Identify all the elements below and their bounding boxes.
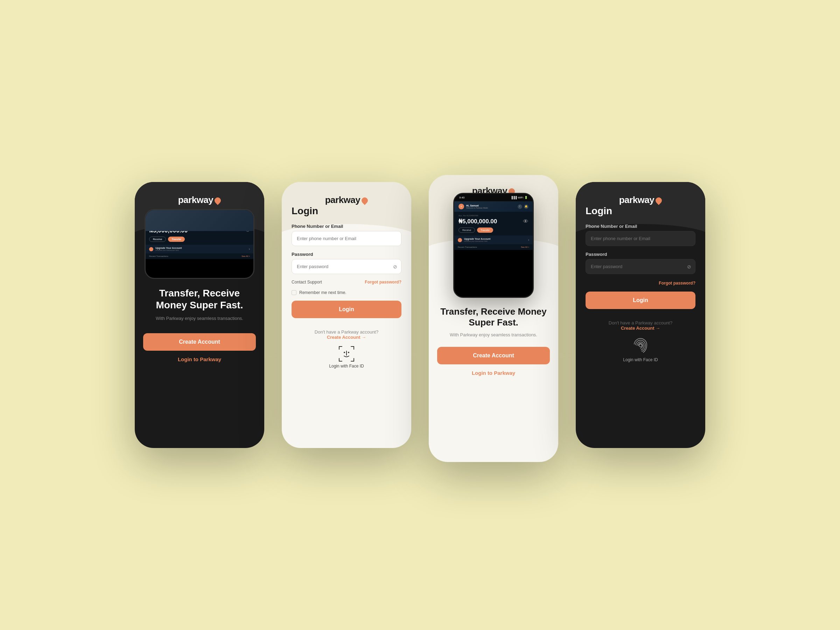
fingerprint-icon [632,336,650,355]
screen2-remember-text: Remember me next time. [299,290,346,295]
mockup-subgreeting: Welcome to Parkway Wallet [157,215,178,217]
screen1-phone: parkway S Hi, Samuel Welcome to Parkway … [135,182,264,448]
screen4-faceid-label: Login with Face ID [586,357,695,362]
screen4-password-label: Password [586,252,695,257]
screen2-contact-support: Contact Support [292,279,322,284]
screen3-headline: Transfer, Receive Money Super Fast. [437,306,550,328]
screen3-login-link[interactable]: Login to Parkway [472,370,515,376]
mockup-tx-label: Recent Transactions [149,255,168,257]
screen4-logo: parkway [576,182,705,205]
inner-phone-mockup: S Hi, Samuel Welcome to Parkway Wallet ⚙… [145,209,254,279]
logo-leaf-icon [213,196,222,205]
svg-point-9 [348,352,349,353]
screen4-phone: parkway Login Phone Number or Email Pass… [576,182,705,448]
mockup-acc-no: Acc. No 0123456789 [149,223,169,226]
screen3-inner-mockup: 9:40 ▐▐▐ WiFi 🔋 S Hi, Samuel [453,193,534,298]
screen2-faceid-section: Login with Face ID [292,346,401,369]
screen4-form: Login Phone Number or Email Password ⊘ F… [576,205,705,369]
screen3-create-btn[interactable]: Create Account [437,347,550,364]
screen4-logo-leaf [655,196,663,205]
svg-point-11 [639,344,642,347]
svg-point-8 [344,352,345,353]
screen2-login-title: Login [292,205,401,217]
screen4-phone-label: Phone Number or Email [586,224,695,229]
mockup-upgrade-sub: Increase your transaction limit. [155,249,182,251]
screen3-mockup-subgreeting: Welcome to Parkway Wallet [466,207,488,209]
screen4-password-group: Password ⊘ [586,252,695,274]
mockup-balance: ₦5,000,000.00 [149,227,188,234]
mockup-see-all[interactable]: See All > [242,255,250,257]
screens-container: parkway S Hi, Samuel Welcome to Parkway … [114,140,726,490]
screen2-form: Login Phone Number or Email Password ⊘ C… [282,205,411,376]
screen4-phone-wrapper [586,231,695,246]
screen3-transfer-btn[interactable]: Transfer [477,227,493,233]
screen4-password-input[interactable] [586,259,695,274]
screen1-login-link[interactable]: Login to Parkway [178,356,221,362]
screen3-upgrade-title: Upgrade Your Account [464,238,490,240]
screen4-no-account: Don't have a Parkway account? Create Acc… [586,320,695,331]
screen2-phone-input[interactable] [292,231,401,246]
screen2-forgot-password[interactable]: Forgot password? [365,279,401,284]
mockup-receive-btn[interactable]: Receive [149,237,166,242]
screen3-mockup-balance: ₦5,000,000.00 [458,218,497,225]
screen4-forgot-password[interactable]: Forgot password? [659,281,695,286]
face-id-icon [338,346,355,362]
screen2-create-link[interactable]: Create Account → [327,335,366,340]
screen2-phone-label: Phone Number or Email [292,224,401,229]
screen2-phone: parkway Login Phone Number or Email Pass… [282,182,411,448]
screen2-support-row: Contact Support Forgot password? [292,279,401,284]
svg-rect-3 [354,346,354,350]
screen3-receive-btn[interactable]: Receive [458,227,475,233]
screen3-body: Transfer, Receive Money Super Fast. With… [429,298,558,382]
screen2-phone-group: Phone Number or Email [292,224,401,246]
screen2-logo-leaf [360,196,369,205]
screen4-login-title: Login [586,205,695,217]
screen3-upgrade-sub: Increase your transaction limit. [464,240,490,242]
screen2-password-input[interactable] [292,259,401,274]
screen4-phone-group: Phone Number or Email [586,224,695,246]
screen1-headline: Transfer, Receive Money Super Fast. [143,287,256,311]
screen4-phone-input[interactable] [586,231,695,246]
screen2-logo: parkway [282,182,411,205]
screen2-remember-checkbox[interactable] [292,290,297,295]
screen4-create-link[interactable]: Create Account → [621,325,660,331]
screen2-phone-input-wrapper [292,231,401,246]
mockup-greeting: Hi, Samuel [157,213,178,215]
password-eye-icon: ⊘ [393,264,397,270]
screen3-mockup-greeting: Hi, Samuel [466,204,488,207]
screen3-subtext: With Parkway enjoy seamless transactions… [437,332,550,338]
screen3-tx-label: Recent Transactions [458,246,477,248]
screen2-password-wrapper: ⊘ [292,259,401,274]
screen4-login-btn[interactable]: Login [586,292,695,309]
screen3-phone: parkway 9:40 ▐▐▐ WiFi 🔋 S [429,175,558,462]
svg-rect-7 [354,358,354,362]
screen2-password-group: Password ⊘ [292,252,401,274]
screen2-remember-row: Remember me next time. [292,290,401,295]
screen4-faceid-section: Login with Face ID [586,336,695,362]
screen3-see-all[interactable]: See All > [521,246,529,248]
screen4-forgot-row: Forgot password? [586,279,695,286]
screen4-eye-icon: ⊘ [687,264,691,270]
screen1-logo: parkway [135,182,264,205]
screen2-faceid-label: Login with Face ID [292,364,401,369]
screen2-no-account: Don't have a Parkway account? Create Acc… [292,329,401,340]
screen1-body: Transfer, Receive Money Super Fast. With… [135,279,264,371]
screen2-login-btn[interactable]: Login [292,301,401,318]
screen1-create-btn[interactable]: Create Account [143,333,256,351]
mockup-upgrade-title: Upgrade Your Account [155,247,182,249]
screen2-password-label: Password [292,252,401,257]
svg-rect-1 [339,346,339,350]
svg-rect-5 [339,358,339,362]
screen1-subtext: With Parkway enjoy seamless transactions… [143,315,256,322]
mockup-transfer-btn[interactable]: Transfer [168,237,185,242]
screen4-password-wrapper: ⊘ [586,259,695,274]
